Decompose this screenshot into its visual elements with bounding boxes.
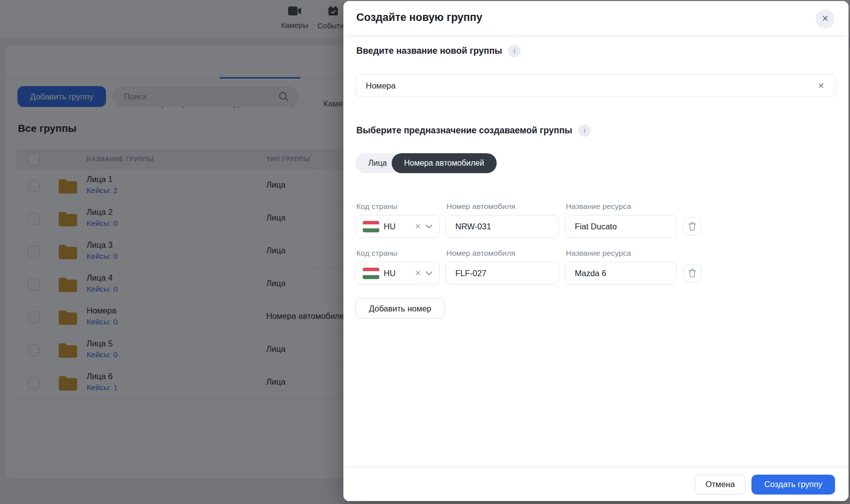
resource-name-label: Название ресурса: [566, 249, 631, 258]
group-name-input[interactable]: [366, 75, 814, 97]
clear-icon[interactable]: ✕: [816, 80, 827, 91]
modal-footer: Отмена Создать группу: [343, 467, 849, 501]
vehicle-number-label: Номер автомобиля: [446, 202, 515, 211]
country-select[interactable]: HU ✕: [355, 262, 440, 285]
country-code-value: HU: [384, 269, 410, 278]
vehicle-number-input[interactable]: [445, 262, 559, 285]
add-number-button[interactable]: Добавить номер: [355, 299, 445, 318]
screen: Камеры События Кейсы аналитики События и…: [0, 0, 850, 504]
purpose-section-label: Выберите предназначение создаваемой груп…: [356, 124, 591, 137]
trash-icon: [688, 222, 696, 231]
chevron-down-icon[interactable]: [425, 269, 432, 278]
hungary-flag-icon: [363, 268, 379, 279]
close-icon[interactable]: ✕: [816, 9, 835, 28]
chevron-down-icon[interactable]: [425, 222, 432, 231]
trash-icon: [688, 269, 696, 278]
info-icon[interactable]: i: [508, 45, 521, 57]
name-section-label-text: Введите название новой группы: [356, 46, 502, 56]
delete-row-button[interactable]: [683, 264, 701, 282]
info-icon[interactable]: i: [578, 124, 591, 137]
create-group-button[interactable]: Создать группу: [751, 475, 835, 495]
resource-name-label: Название ресурса: [566, 202, 631, 211]
country-select[interactable]: HU ✕: [355, 215, 440, 238]
clear-icon[interactable]: ✕: [415, 269, 421, 278]
cancel-button[interactable]: Отмена: [695, 475, 745, 495]
delete-row-button[interactable]: [683, 217, 701, 235]
vehicle-number-input[interactable]: [445, 215, 559, 238]
clear-icon[interactable]: ✕: [415, 222, 421, 231]
create-group-modal: Создайте новую группу ✕ Введите название…: [343, 1, 849, 501]
modal-title: Создайте новую группу: [356, 11, 482, 24]
group-name-field: ✕: [355, 74, 836, 97]
country-code-value: HU: [384, 222, 410, 231]
purpose-option-plates[interactable]: Номера автомобилей: [392, 153, 497, 173]
country-code-label: Код страны: [356, 202, 397, 211]
resource-name-input[interactable]: [565, 215, 677, 238]
hungary-flag-icon: [363, 221, 379, 232]
country-code-label: Код страны: [356, 249, 397, 258]
name-section-label: Введите название новой группы i: [356, 45, 521, 57]
modal-header: Создайте новую группу ✕: [343, 1, 849, 36]
resource-name-input[interactable]: [565, 262, 677, 285]
purpose-section-label-text: Выберите предназначение создаваемой груп…: [356, 125, 572, 136]
vehicle-number-label: Номер автомобиля: [446, 249, 515, 258]
